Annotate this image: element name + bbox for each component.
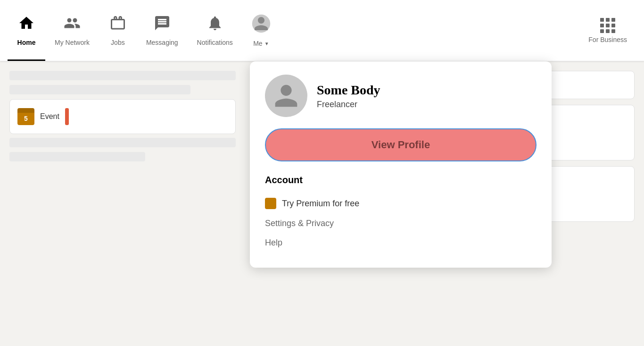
left-sidebar: 5 Event	[0, 61, 245, 346]
event-label: Event	[40, 112, 59, 121]
premium-item[interactable]: Try Premium for free	[265, 193, 537, 214]
nav-notifications[interactable]: Notifications	[188, 0, 242, 61]
messaging-icon	[154, 15, 171, 36]
profile-avatar	[265, 75, 307, 117]
premium-label: Try Premium for free	[282, 199, 359, 209]
me-dropdown: Some Body Freelancer View Profile Accoun…	[250, 61, 552, 268]
nav-my-network-label: My Network	[55, 39, 90, 46]
nav-my-network[interactable]: My Network	[45, 0, 99, 61]
for-business-label: For Business	[588, 36, 627, 43]
account-heading: Account	[265, 175, 537, 186]
nav-jobs[interactable]: Jobs	[99, 0, 137, 61]
me-avatar-icon	[251, 14, 271, 38]
event-icon: 5	[17, 108, 34, 125]
nav-jobs-label: Jobs	[111, 39, 125, 46]
nav-me-label: Me ▼	[253, 40, 269, 47]
nav-notifications-label: Notifications	[197, 39, 233, 46]
view-profile-button[interactable]: View Profile	[265, 128, 537, 161]
profile-name: Some Body	[317, 83, 380, 98]
grid-icon	[600, 18, 615, 33]
nav-messaging-label: Messaging	[146, 39, 178, 46]
profile-info: Some Body Freelancer	[317, 83, 380, 110]
for-business-area[interactable]: For Business	[579, 0, 636, 61]
settings-item[interactable]: Settings & Privacy	[265, 214, 537, 233]
settings-label: Settings & Privacy	[265, 219, 334, 228]
event-row[interactable]: 5 Event	[9, 99, 236, 134]
profile-section: Some Body Freelancer	[265, 75, 537, 117]
event-color-bar	[65, 108, 69, 125]
nav-messaging[interactable]: Messaging	[137, 0, 188, 61]
notifications-icon	[206, 15, 223, 36]
nav-home-label: Home	[17, 39, 36, 46]
nav-home[interactable]: Home	[8, 0, 45, 61]
jobs-icon	[109, 15, 126, 36]
help-item[interactable]: Help	[265, 233, 537, 253]
home-icon	[18, 15, 35, 36]
profile-title: Freelancer	[317, 100, 380, 110]
nav-me[interactable]: Me ▼	[242, 0, 280, 61]
help-label: Help	[265, 238, 282, 248]
me-chevron-icon: ▼	[264, 41, 269, 46]
navbar: Home My Network Jobs Messaging	[0, 0, 644, 61]
premium-icon	[265, 198, 276, 209]
my-network-icon	[64, 15, 81, 36]
